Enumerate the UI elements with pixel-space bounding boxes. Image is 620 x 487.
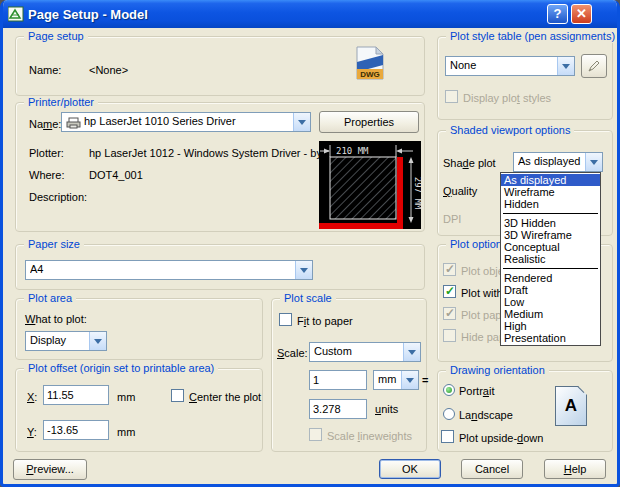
shade-plot-combo-arrow[interactable] [585, 153, 602, 171]
shade-plot-combo-value: As displayed [518, 155, 584, 167]
shaded-viewport-legend: Shaded viewport options [446, 124, 574, 137]
dropdown-item[interactable]: Rendered [501, 272, 600, 284]
center-the-plot-checkbox[interactable] [171, 389, 184, 402]
offset-x-label: X: [27, 391, 37, 404]
title-bar[interactable]: Page Setup - Model ? ✕ [0, 0, 620, 28]
paper-size-combo[interactable]: A4 [25, 260, 313, 280]
portrait-label[interactable]: Portrait [459, 385, 494, 398]
where-value: DOT4_001 [89, 169, 143, 182]
dropdown-item[interactable]: Presentation [501, 332, 600, 344]
dropdown-item[interactable]: Medium [501, 308, 600, 320]
page-setup-legend: Page setup [24, 30, 88, 43]
ok-button[interactable]: OK [379, 459, 441, 479]
scale-unit-combo-value: mm [378, 373, 400, 385]
scale-custom-input[interactable] [309, 370, 367, 390]
close-icon[interactable]: ✕ [571, 4, 592, 24]
portrait-radio[interactable] [443, 384, 455, 396]
what-to-plot-combo-arrow[interactable] [89, 332, 106, 350]
scale-units-input[interactable] [309, 399, 367, 419]
offset-y-unit: mm [117, 426, 135, 439]
offset-x-input[interactable] [43, 385, 109, 405]
dropdown-item[interactable]: Conceptual [501, 241, 600, 253]
scale-unit-combo[interactable]: mm [373, 370, 419, 390]
shade-plot-combo[interactable]: As displayed [513, 152, 603, 172]
what-to-plot-combo[interactable]: Display [25, 331, 107, 351]
scale-combo[interactable]: Custom [309, 342, 421, 362]
scale-lineweights-label: Scale lineweights [327, 430, 412, 443]
landscape-label[interactable]: Landscape [459, 409, 513, 422]
plot-object-lineweights-checkbox [443, 263, 456, 276]
scale-combo-arrow[interactable] [403, 343, 420, 361]
printer-name-combo-value: hp LaserJet 1010 Series Driver [84, 115, 292, 127]
plot-style-combo-arrow[interactable] [557, 57, 574, 75]
svg-text:297 MM: 297 MM [413, 177, 421, 210]
paper-size-combo-arrow[interactable] [295, 261, 312, 279]
plot-with-plot-styles-checkbox[interactable] [443, 285, 456, 298]
app-icon [8, 6, 24, 22]
plot-upside-down-label[interactable]: Plot upside-down [459, 432, 543, 445]
dropdown-item[interactable]: Realistic [501, 253, 600, 265]
paper-preview: 210 MM 297 MM [319, 141, 421, 229]
where-label: Where: [29, 169, 64, 182]
pen-icon [586, 58, 602, 74]
printer-name-combo-arrow[interactable] [293, 113, 310, 131]
help-button[interactable]: Help [544, 459, 606, 479]
properties-button[interactable]: Properties [319, 111, 419, 133]
preview-button[interactable]: Preview... [13, 459, 87, 480]
plot-area-legend: Plot area [24, 292, 76, 305]
window-title: Page Setup - Model [28, 7, 148, 22]
plot-offset-legend: Plot offset (origin set to printable are… [24, 362, 218, 375]
orientation-paper-icon: A [555, 386, 587, 426]
printer-name-combo[interactable]: hp LaserJet 1010 Series Driver [61, 112, 311, 132]
scale-lineweights-checkbox [309, 428, 322, 441]
page-setup-name-label: Name: [29, 64, 61, 77]
fit-to-paper-label[interactable]: Fit to paper [297, 315, 353, 328]
printer-icon [66, 117, 81, 129]
page-setup-name-value: <None> [89, 64, 128, 77]
what-to-plot-label: What to plot: [25, 313, 87, 326]
display-plot-styles-checkbox [445, 90, 458, 103]
plot-upside-down-checkbox[interactable] [441, 430, 454, 443]
quality-label: Quality [443, 185, 477, 198]
svg-text:210 MM: 210 MM [336, 146, 369, 156]
orientation-letter: A [556, 396, 586, 416]
page-setup-dialog: Page Setup - Model ? ✕ Page setup Name: … [0, 0, 620, 487]
center-the-plot-label[interactable]: Center the plot [189, 391, 261, 404]
dropdown-item[interactable]: Draft [501, 284, 600, 296]
landscape-radio[interactable] [443, 408, 455, 420]
printer-plotter-legend: Printer/plotter [24, 96, 98, 109]
plot-style-table-legend: Plot style table (pen assignments) [446, 30, 619, 43]
dropdown-item[interactable]: 3D Wireframe [501, 229, 600, 241]
cancel-button[interactable]: Cancel [461, 459, 523, 479]
dropdown-item[interactable]: Low [501, 296, 600, 308]
svg-text:DWG: DWG [360, 70, 380, 79]
dropdown-separator [503, 213, 598, 214]
dropdown-separator [503, 268, 598, 269]
dropdown-item[interactable]: 3D Hidden [501, 217, 600, 229]
plot-style-combo-value: None [450, 59, 556, 71]
help-titlebar-button[interactable]: ? [547, 4, 568, 24]
dropdown-item[interactable]: Wireframe [501, 186, 600, 198]
what-to-plot-combo-value: Display [30, 334, 88, 346]
fit-to-paper-checkbox[interactable] [279, 313, 292, 326]
scale-unit-combo-arrow[interactable] [401, 371, 418, 389]
plot-style-combo[interactable]: None [445, 56, 575, 76]
dropdown-item[interactable]: High [501, 320, 600, 332]
description-label: Description: [29, 191, 87, 204]
dpi-label: DPI [443, 213, 461, 226]
display-plot-styles-label: Display plot styles [463, 92, 551, 105]
dropdown-item[interactable]: Hidden [501, 198, 600, 210]
plotter-label: Plotter: [29, 147, 64, 160]
offset-y-input[interactable] [43, 420, 109, 440]
hide-paperspace-objects-checkbox [443, 329, 456, 342]
shade-plot-label: Shade plot [443, 157, 496, 170]
dropdown-item[interactable]: As displayed [501, 174, 600, 186]
drawing-orientation-legend: Drawing orientation [446, 364, 549, 377]
plot-paperspace-last-checkbox [443, 307, 456, 320]
scale-label: Scale: [277, 347, 308, 360]
shade-plot-dropdown-list[interactable]: As displayed Wireframe Hidden 3D Hidden … [500, 172, 601, 346]
paper-size-combo-value: A4 [30, 263, 294, 275]
units-label: units [375, 403, 398, 416]
offset-x-unit: mm [117, 391, 135, 404]
paper-size-legend: Paper size [24, 238, 84, 251]
